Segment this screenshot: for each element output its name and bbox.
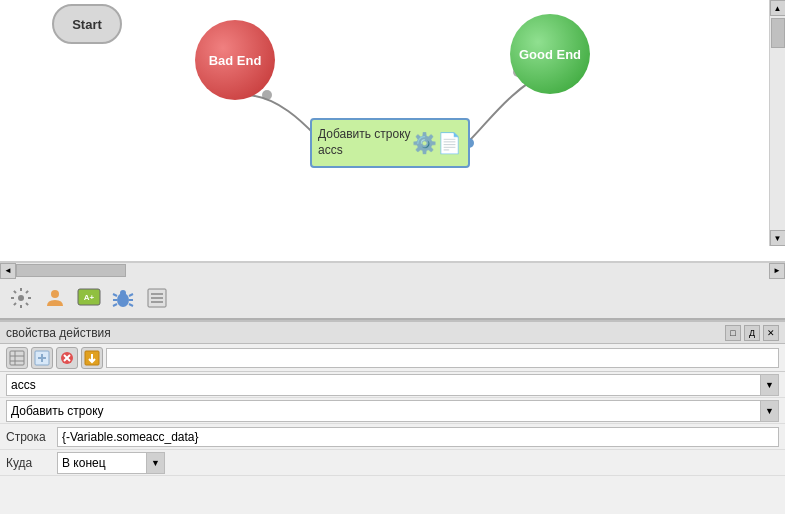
scroll-up-btn[interactable]: ▲: [770, 0, 786, 16]
scroll-right-btn[interactable]: ►: [769, 263, 785, 279]
svg-point-4: [18, 295, 24, 301]
where-select-arrow[interactable]: ▼: [147, 452, 165, 474]
svg-rect-20: [10, 351, 24, 365]
svg-point-0: [262, 90, 272, 100]
svg-line-10: [113, 294, 117, 296]
svg-line-11: [129, 294, 133, 296]
svg-line-15: [129, 304, 133, 306]
action-node-icon: ⚙️📄: [412, 131, 462, 155]
svg-point-9: [120, 290, 126, 296]
props-dock-btn[interactable]: Д: [744, 325, 760, 341]
action-select[interactable]: Добавить строку: [6, 400, 761, 422]
props-close-btn[interactable]: ✕: [763, 325, 779, 341]
string-field-row: Строка: [0, 424, 785, 450]
properties-panel: свойства действия □ Д ✕: [0, 320, 785, 476]
props-down-btn[interactable]: [81, 347, 103, 369]
toolbar-bug-icon[interactable]: [108, 283, 138, 313]
scroll-down-btn[interactable]: ▼: [770, 230, 786, 246]
props-add-btn[interactable]: [31, 347, 53, 369]
where-select-wrap: В конец В начало ▼: [57, 452, 165, 474]
scroll-track[interactable]: [16, 263, 769, 279]
toolbar-strip: A+: [0, 278, 785, 320]
scroll-thumb[interactable]: [771, 18, 785, 48]
horizontal-scrollbar[interactable]: ◄ ►: [0, 262, 785, 278]
toolbar-book-icon[interactable]: A+: [74, 283, 104, 313]
action-dropdown-row: Добавить строку ▼: [0, 398, 785, 424]
canvas-area: Start Bad End Good End Добавить строку a…: [0, 0, 785, 262]
vertical-scrollbar[interactable]: ▲ ▼: [769, 0, 785, 246]
connection-dropdown-arrow[interactable]: ▼: [761, 374, 779, 396]
where-select[interactable]: В конец В начало: [57, 452, 147, 474]
toolbar-list-icon[interactable]: [142, 283, 172, 313]
string-field-input[interactable]: [57, 427, 779, 447]
svg-text:A+: A+: [84, 293, 95, 302]
toolbar-user-icon[interactable]: [40, 283, 70, 313]
toolbar-settings-icon[interactable]: [6, 283, 36, 313]
start-node[interactable]: Start: [52, 4, 122, 44]
svg-line-14: [113, 304, 117, 306]
props-table-btn[interactable]: [6, 347, 28, 369]
connection-dropdown-row: accs ▼: [0, 372, 785, 398]
action-node[interactable]: Добавить строку accs ⚙️📄: [310, 118, 470, 168]
props-title: свойства действия: [6, 326, 111, 340]
props-search-input[interactable]: [106, 348, 779, 368]
props-delete-btn[interactable]: [56, 347, 78, 369]
string-field-label: Строка: [6, 430, 51, 444]
action-dropdown-arrow[interactable]: ▼: [761, 400, 779, 422]
props-header-actions: □ Д ✕: [725, 325, 779, 341]
connection-select[interactable]: accs: [6, 374, 761, 396]
props-minimize-btn[interactable]: □: [725, 325, 741, 341]
good-end-node[interactable]: Good End: [510, 14, 590, 94]
scroll-thumb-h[interactable]: [16, 264, 126, 277]
where-field-label: Куда: [6, 456, 51, 470]
bad-end-node[interactable]: Bad End: [195, 20, 275, 100]
props-header: свойства действия □ Д ✕: [0, 322, 785, 344]
scroll-left-btn[interactable]: ◄: [0, 263, 16, 279]
svg-point-5: [51, 290, 59, 298]
props-toolbar: [0, 344, 785, 372]
where-field-row: Куда В конец В начало ▼: [0, 450, 785, 476]
